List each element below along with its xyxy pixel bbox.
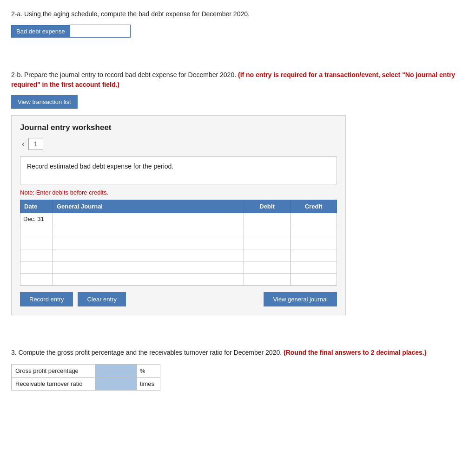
debit-cell-4[interactable] bbox=[244, 261, 291, 274]
date-cell-1 bbox=[20, 225, 53, 237]
journal-input-0[interactable] bbox=[53, 213, 244, 225]
debit-cell-1[interactable] bbox=[244, 225, 291, 237]
credit-input-0[interactable] bbox=[291, 213, 337, 225]
journal-worksheet: Journal entry worksheet ‹ 1 Record estim… bbox=[11, 115, 346, 315]
credit-cell-0[interactable] bbox=[291, 213, 337, 225]
table-row bbox=[20, 249, 337, 261]
ratio-input-1[interactable] bbox=[95, 378, 137, 390]
credit-cell-2[interactable] bbox=[291, 237, 337, 249]
debit-cell-0[interactable] bbox=[244, 213, 291, 225]
credit-cell-5[interactable] bbox=[291, 274, 337, 286]
credit-input-4[interactable] bbox=[291, 261, 337, 273]
debit-input-5[interactable] bbox=[244, 274, 290, 285]
bad-debt-input[interactable] bbox=[70, 25, 131, 38]
part2b-title-normal: 2-b. Prepare the journal entry to record… bbox=[11, 71, 236, 78]
part3-title-red: (Round the final answers to 2 decimal pl… bbox=[284, 349, 426, 356]
journal-cell-1[interactable] bbox=[53, 225, 244, 237]
ratio-table: Gross profit percentage%Receivable turno… bbox=[11, 364, 160, 391]
credit-cell-1[interactable] bbox=[291, 225, 337, 237]
table-row bbox=[20, 237, 337, 249]
debit-input-2[interactable] bbox=[244, 237, 290, 249]
record-entry-button[interactable]: Record entry bbox=[20, 292, 73, 306]
ratio-unit-1: times bbox=[137, 378, 160, 391]
table-row bbox=[20, 261, 337, 274]
ratio-input-cell-0[interactable] bbox=[95, 365, 137, 378]
prev-page-button[interactable]: ‹ bbox=[20, 140, 26, 148]
date-cell-3 bbox=[20, 249, 53, 261]
journal-input-5[interactable] bbox=[53, 274, 244, 285]
table-row bbox=[20, 225, 337, 237]
table-row: Dec. 31 bbox=[20, 213, 337, 225]
journal-input-1[interactable] bbox=[53, 225, 244, 237]
col-header-debit: Debit bbox=[244, 200, 291, 213]
view-general-journal-button[interactable]: View general journal bbox=[264, 292, 337, 306]
debit-cell-2[interactable] bbox=[244, 237, 291, 249]
col-header-date: Date bbox=[20, 200, 53, 213]
col-header-credit: Credit bbox=[291, 200, 337, 213]
debit-cell-3[interactable] bbox=[244, 249, 291, 261]
credit-cell-4[interactable] bbox=[291, 261, 337, 274]
ratio-label-0: Gross profit percentage bbox=[12, 365, 95, 378]
journal-cell-5[interactable] bbox=[53, 274, 244, 286]
ratio-label-1: Receivable turnover ratio bbox=[12, 378, 95, 391]
worksheet-buttons: Record entry Clear entry View general jo… bbox=[20, 292, 337, 306]
worksheet-description: Record estimated bad debt expense for th… bbox=[20, 156, 337, 184]
part2a-title: 2-a. Using the aging schedule, compute t… bbox=[11, 9, 465, 19]
ratio-unit-0: % bbox=[137, 365, 160, 378]
ratio-row-1: Receivable turnover ratiotimes bbox=[12, 378, 160, 391]
credit-input-1[interactable] bbox=[291, 225, 337, 237]
ratio-input-cell-1[interactable] bbox=[95, 378, 137, 391]
bad-debt-row: Bad debt expense bbox=[11, 25, 465, 38]
worksheet-note: Note: Enter debits before credits. bbox=[20, 189, 337, 196]
part3-title: 3. Compute the gross profit percentage a… bbox=[11, 348, 465, 358]
col-header-journal: General Journal bbox=[53, 200, 244, 213]
date-cell-5 bbox=[20, 274, 53, 286]
date-cell-0: Dec. 31 bbox=[20, 213, 53, 225]
table-row bbox=[20, 274, 337, 286]
clear-entry-button[interactable]: Clear entry bbox=[78, 292, 126, 306]
date-cell-2 bbox=[20, 237, 53, 249]
debit-input-4[interactable] bbox=[244, 261, 290, 273]
journal-input-3[interactable] bbox=[53, 249, 244, 261]
bad-debt-label: Bad debt expense bbox=[11, 25, 70, 38]
journal-table: Date General Journal Debit Credit Dec. 3… bbox=[20, 200, 337, 286]
part3-title-normal: 3. Compute the gross profit percentage a… bbox=[11, 349, 282, 356]
debit-input-1[interactable] bbox=[244, 225, 290, 237]
credit-input-3[interactable] bbox=[291, 249, 337, 261]
debit-input-0[interactable] bbox=[244, 213, 290, 225]
journal-cell-4[interactable] bbox=[53, 261, 244, 274]
worksheet-heading: Journal entry worksheet bbox=[20, 123, 337, 132]
ratio-input-0[interactable] bbox=[95, 365, 137, 377]
date-cell-4 bbox=[20, 261, 53, 274]
page-number: 1 bbox=[28, 138, 43, 150]
credit-input-5[interactable] bbox=[291, 274, 337, 285]
debit-input-3[interactable] bbox=[244, 249, 290, 261]
journal-input-2[interactable] bbox=[53, 237, 244, 249]
view-transaction-button[interactable]: View transaction list bbox=[11, 95, 78, 109]
worksheet-nav: ‹ 1 bbox=[20, 138, 337, 150]
journal-cell-2[interactable] bbox=[53, 237, 244, 249]
part2b-title: 2-b. Prepare the journal entry to record… bbox=[11, 70, 465, 90]
journal-input-4[interactable] bbox=[53, 261, 244, 273]
debit-cell-5[interactable] bbox=[244, 274, 291, 286]
credit-input-2[interactable] bbox=[291, 237, 337, 249]
ratio-row-0: Gross profit percentage% bbox=[12, 365, 160, 378]
journal-cell-3[interactable] bbox=[53, 249, 244, 261]
credit-cell-3[interactable] bbox=[291, 249, 337, 261]
journal-cell-0[interactable] bbox=[53, 213, 244, 225]
